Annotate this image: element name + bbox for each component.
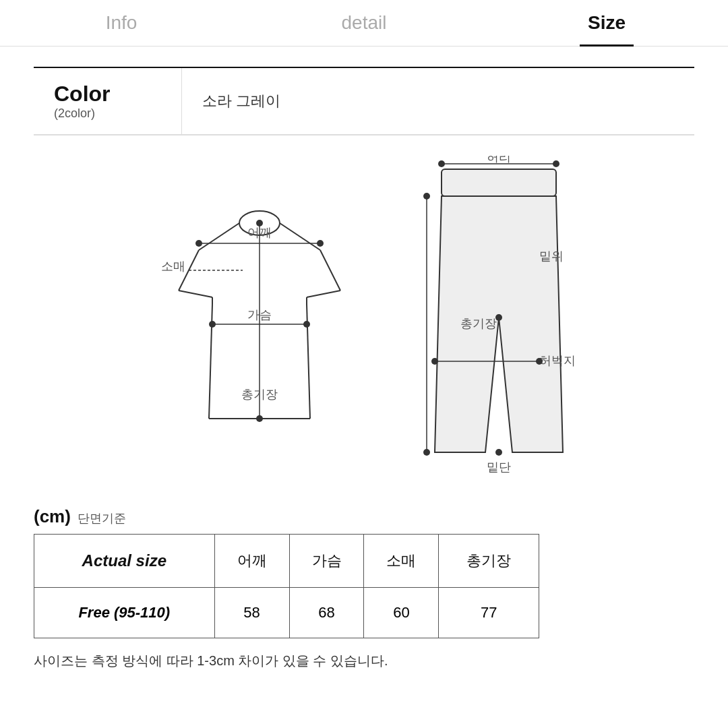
pants-diagram: 허리 밑위 허벅지 총기장 총기장 밑단 — [421, 156, 576, 479]
svg-point-21 — [256, 220, 263, 226]
danmyeon-text: 단면기준 — [78, 510, 126, 526]
header-chest: 가슴 — [289, 535, 364, 588]
svg-text:허벅지: 허벅지 — [539, 354, 576, 367]
svg-point-35 — [431, 358, 438, 365]
color-label-box: Color (2color) — [34, 68, 182, 134]
svg-line-7 — [307, 291, 340, 297]
svg-point-17 — [209, 321, 216, 328]
cm-label-row: (cm) 단면기준 — [34, 506, 694, 527]
size-table: Actual size 어깨 가슴 소매 총기장 Free (95-110) 5… — [34, 534, 539, 638]
color-value: 소라 그레이 — [182, 78, 301, 125]
svg-point-22 — [256, 415, 263, 422]
tab-detail[interactable]: detail — [243, 0, 485, 46]
color-sub-label: (2color) — [54, 107, 161, 121]
svg-text:총기장: 총기장 — [241, 388, 278, 401]
cell-size-label: Free (95-110) — [34, 588, 215, 638]
svg-line-1 — [199, 223, 239, 250]
svg-text:총기장: 총기장 — [460, 317, 497, 330]
tab-navigation: Info detail Size — [0, 0, 728, 47]
svg-point-36 — [536, 358, 543, 365]
svg-line-2 — [280, 223, 320, 250]
table-header-row: Actual size 어깨 가슴 소매 총기장 — [34, 535, 539, 588]
svg-point-39 — [423, 449, 430, 456]
header-sleeve: 소매 — [364, 535, 439, 588]
cell-shoulder-val: 58 — [214, 588, 289, 638]
svg-point-28 — [438, 160, 445, 167]
color-main-label: Color — [54, 82, 161, 107]
svg-text:밑단: 밑단 — [487, 460, 511, 474]
svg-point-13 — [195, 240, 202, 247]
svg-point-18 — [303, 321, 310, 328]
svg-text:소매: 소매 — [161, 260, 185, 273]
svg-point-29 — [553, 160, 559, 167]
svg-line-6 — [320, 250, 340, 291]
cm-text: (cm) — [34, 506, 71, 527]
shirt-diagram: 어깨 가슴 총기장 소매 — [152, 156, 367, 459]
header-actual-size: Actual size — [34, 535, 215, 588]
svg-text:밑위: 밑위 — [539, 249, 564, 263]
tab-size[interactable]: Size — [485, 0, 728, 46]
size-note: 사이즈는 측정 방식에 따라 1-3cm 차이가 있을 수 있습니다. — [34, 652, 694, 670]
color-section: Color (2color) 소라 그레이 — [34, 67, 694, 135]
svg-point-14 — [317, 240, 324, 247]
cell-chest-val: 68 — [289, 588, 364, 638]
svg-text:허리: 허리 — [487, 156, 511, 164]
header-total-length: 총기장 — [439, 535, 539, 588]
svg-rect-26 — [442, 169, 556, 196]
svg-point-38 — [423, 193, 430, 200]
tab-info[interactable]: Info — [0, 0, 243, 46]
cell-total-val: 77 — [439, 588, 539, 638]
svg-line-4 — [179, 291, 212, 297]
cell-sleeve-val: 60 — [364, 588, 439, 638]
header-shoulder: 어깨 — [214, 535, 289, 588]
table-row: Free (95-110) 58 68 60 77 — [34, 588, 539, 638]
main-content: Color (2color) 소라 그레이 — [0, 47, 728, 690]
diagram-area: 어깨 가슴 총기장 소매 허리 — [34, 156, 694, 479]
svg-point-43 — [495, 449, 502, 456]
